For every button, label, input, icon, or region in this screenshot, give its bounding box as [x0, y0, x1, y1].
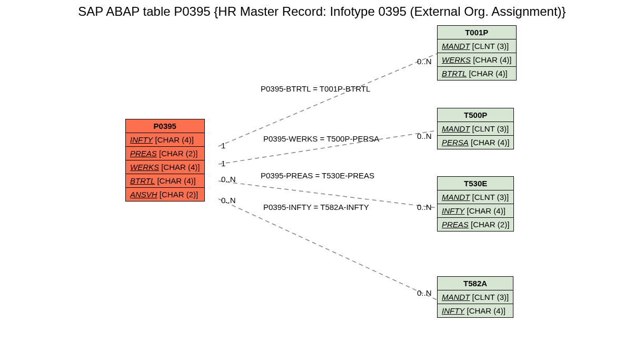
field-row: WERKS [CHAR (4)] — [126, 160, 205, 174]
field-row: BTRTL [CHAR (4)] — [438, 67, 517, 81]
field-row: PREAS [CHAR (2)] — [126, 147, 205, 160]
field-name: ANSVH — [130, 190, 157, 199]
field-name: WERKS — [130, 163, 159, 172]
field-row: BTRTL [CHAR (4)] — [126, 174, 205, 188]
svg-line-3 — [219, 199, 437, 300]
field-name: PREAS — [130, 149, 157, 158]
field-type: [CHAR (4)] — [467, 306, 506, 315]
field-type: [CLNT (3)] — [472, 124, 509, 133]
entity-header: T582A — [438, 277, 513, 290]
field-row: WERKS [CHAR (4)] — [438, 53, 517, 67]
field-type: [CHAR (4)] — [155, 135, 194, 144]
cardinality-right: 0..N — [417, 288, 432, 297]
field-row: MANDT [CLNT (3)] — [438, 190, 514, 204]
cardinality-right: 0..N — [417, 57, 432, 66]
relation-label: P0395-INFTY = T582A-INFTY — [263, 203, 369, 212]
relation-label: P0395-WERKS = T500P-PERSA — [263, 134, 379, 143]
field-name: INFTY — [130, 135, 153, 144]
entity-t500p: T500P MANDT [CLNT (3)] PERSA [CHAR (4)] — [437, 108, 514, 149]
field-name: INFTY — [442, 306, 464, 315]
field-name: MANDT — [442, 42, 470, 51]
field-type: [CHAR (4)] — [469, 69, 507, 78]
field-row: ANSVH [CHAR (2)] — [126, 188, 205, 202]
field-row: MANDT [CLNT (3)] — [438, 122, 514, 136]
entity-t001p: T001P MANDT [CLNT (3)] WERKS [CHAR (4)] … — [437, 25, 517, 81]
field-type: [CHAR (4)] — [161, 163, 200, 172]
cardinality-left: 1 — [221, 159, 225, 168]
field-name: BTRTL — [130, 176, 155, 185]
field-type: [CLNT (3)] — [472, 193, 509, 202]
field-name: MANDT — [442, 124, 470, 133]
field-name: PREAS — [442, 220, 469, 229]
field-name: BTRTL — [442, 69, 467, 78]
page-title: SAP ABAP table P0395 {HR Master Record: … — [0, 4, 644, 19]
entity-t530e: T530E MANDT [CLNT (3)] INFTY [CHAR (4)] … — [437, 176, 514, 232]
entity-header: T500P — [438, 108, 514, 122]
field-row: INFTY [CHAR (4)] — [438, 204, 514, 218]
field-name: INFTY — [442, 206, 464, 215]
cardinality-right: 0..N — [417, 203, 432, 212]
cardinality-left: 1 — [221, 141, 225, 150]
entity-p0395: P0395 INFTY [CHAR (4)] PREAS [CHAR (2)] … — [125, 119, 205, 202]
entity-header: T530E — [438, 177, 514, 190]
field-row: MANDT [CLNT (3)] — [438, 39, 517, 53]
relation-label: P0395-PREAS = T530E-PREAS — [261, 171, 374, 180]
field-row: INFTY [CHAR (4)] — [438, 304, 513, 318]
svg-line-0 — [219, 54, 437, 146]
entity-header: P0395 — [126, 119, 205, 133]
field-type: [CHAR (4)] — [157, 176, 195, 185]
field-type: [CHAR (2)] — [159, 149, 197, 158]
relation-label: P0395-BTRTL = T001P-BTRTL — [261, 84, 370, 93]
field-row: PREAS [CHAR (2)] — [438, 218, 514, 232]
cardinality-left: 0..N — [221, 175, 236, 184]
field-name: MANDT — [442, 193, 470, 202]
field-name: WERKS — [442, 55, 471, 64]
field-type: [CHAR (2)] — [160, 190, 198, 199]
entity-header: T001P — [438, 26, 517, 39]
cardinality-right: 0..N — [417, 132, 432, 140]
cardinality-left: 0..N — [221, 196, 236, 205]
field-name: PERSA — [442, 138, 469, 147]
field-type: [CHAR (4)] — [467, 206, 506, 215]
field-type: [CHAR (4)] — [473, 55, 511, 64]
field-type: [CLNT (3)] — [472, 293, 509, 301]
field-row: INFTY [CHAR (4)] — [126, 133, 205, 147]
field-type: [CHAR (2)] — [471, 220, 509, 229]
field-row: MANDT [CLNT (3)] — [438, 290, 513, 304]
entity-t582a: T582A MANDT [CLNT (3)] INFTY [CHAR (4)] — [437, 276, 513, 318]
field-type: [CHAR (4)] — [471, 138, 509, 147]
field-row: PERSA [CHAR (4)] — [438, 136, 514, 149]
field-type: [CLNT (3)] — [472, 42, 509, 51]
field-name: MANDT — [442, 293, 470, 301]
